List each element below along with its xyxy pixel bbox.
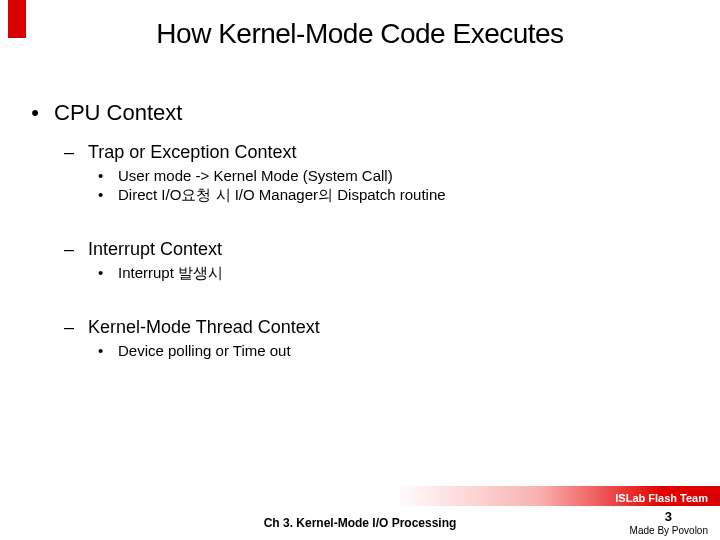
footer-chapter-label: Ch 3. Kernel-Mode I/O Processing	[0, 516, 720, 530]
dash-icon: –	[64, 239, 76, 260]
dash-icon: –	[64, 317, 76, 338]
lvl3-text: Direct I/O요청 시 I/O Manager의 Dispatch rou…	[118, 186, 446, 205]
bullet-dot-icon: •	[98, 264, 108, 283]
spacer	[30, 207, 690, 235]
footer-team-label: ISLab Flash Team	[615, 492, 708, 504]
lvl3-text: User mode -> Kernel Mode (System Call)	[118, 167, 393, 184]
bullet-lvl3: • User mode -> Kernel Mode (System Call)	[98, 167, 690, 184]
bullet-lvl3: • Device polling or Time out	[98, 342, 690, 359]
lvl2-text: Trap or Exception Context	[88, 142, 296, 163]
lvl3-text: Device polling or Time out	[118, 342, 291, 359]
bullet-lvl3: • Direct I/O요청 시 I/O Manager의 Dispatch r…	[98, 186, 690, 205]
lvl1-text: CPU Context	[54, 100, 182, 126]
bullet-dot-icon: •	[98, 186, 108, 205]
lvl3-text: Interrupt 발생시	[118, 264, 223, 283]
slide: How Kernel-Mode Code Executes • CPU Cont…	[0, 0, 720, 540]
dash-icon: –	[64, 142, 76, 163]
bullet-lvl1: • CPU Context	[30, 100, 690, 126]
spacer	[30, 285, 690, 313]
bullet-lvl2: – Interrupt Context	[64, 239, 690, 260]
footer-gradient-band	[0, 486, 720, 506]
bullet-lvl2: – Trap or Exception Context	[64, 142, 690, 163]
slide-title: How Kernel-Mode Code Executes	[0, 18, 720, 50]
content-area: • CPU Context – Trap or Exception Contex…	[30, 100, 690, 361]
bullet-lvl3: • Interrupt 발생시	[98, 264, 690, 283]
lvl2-text: Interrupt Context	[88, 239, 222, 260]
bullet-dot-icon: •	[98, 342, 108, 359]
footer-page-number: 3	[665, 509, 672, 524]
bullet-lvl2: – Kernel-Mode Thread Context	[64, 317, 690, 338]
bullet-dot-icon: •	[30, 100, 40, 126]
bullet-dot-icon: •	[98, 167, 108, 184]
footer-madeby-label: Made By Povolon	[630, 525, 708, 536]
lvl2-text: Kernel-Mode Thread Context	[88, 317, 320, 338]
